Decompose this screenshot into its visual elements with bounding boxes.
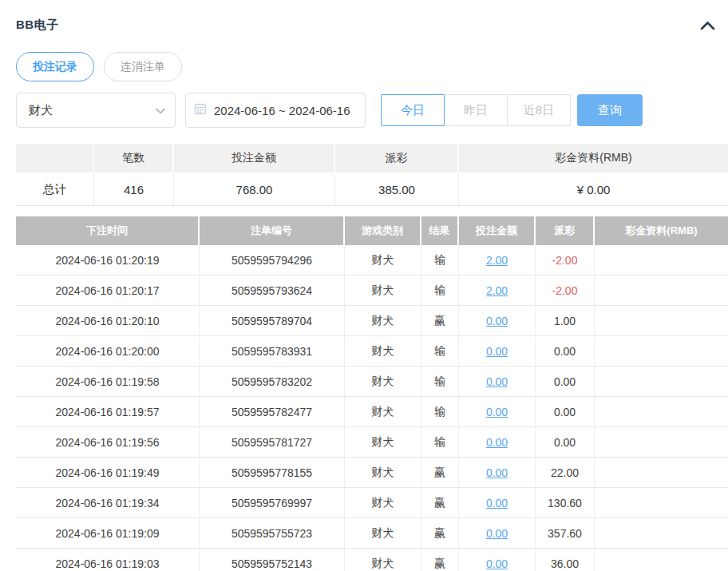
record-type-tabs: 投注记录 连消注单	[16, 52, 728, 81]
payout-cell: 357.60	[536, 518, 595, 549]
table-row: 2024-06-16 01:20:175059595793624财犬输2.00-…	[16, 276, 728, 306]
table-row: 2024-06-16 01:20:195059595794296财犬输2.00-…	[16, 245, 728, 276]
bonus-cell	[595, 245, 728, 276]
payout-cell: 0.00	[536, 336, 595, 367]
bonus-cell	[595, 427, 728, 458]
order-id-cell: 5059595755723	[200, 518, 345, 549]
bet-time-cell: 2024-06-16 01:19:03	[16, 549, 200, 571]
payout-cell: 130.60	[536, 488, 595, 518]
records-col-bet-amount: 投注金额	[459, 216, 536, 245]
game-type-cell: 财犬	[345, 245, 421, 276]
bet-amount-link[interactable]: 0.00	[486, 557, 508, 570]
summary-col-blank	[16, 144, 94, 174]
game-select[interactable]: 财犬	[16, 93, 176, 128]
records-col-result: 结果	[421, 216, 459, 245]
filter-toolbar: 财犬 2024-06-16 ~ 2024-06-16 今日 昨日 近8日 查询	[16, 93, 728, 128]
bonus-cell	[595, 518, 728, 549]
result-cell: 输	[421, 397, 459, 427]
order-id-cell: 5059595789704	[200, 306, 345, 336]
order-id-cell: 5059595752143	[200, 549, 345, 571]
bonus-cell	[595, 276, 728, 306]
table-row: 2024-06-16 01:19:095059595755723财犬赢0.003…	[16, 518, 728, 549]
table-row: 2024-06-16 01:19:345059595769997财犬赢0.001…	[16, 488, 728, 518]
quick-range-yesterday-button[interactable]: 昨日	[444, 94, 508, 126]
summary-total-label: 总计	[16, 174, 94, 206]
summary-col-count: 笔数	[94, 144, 174, 174]
game-type-cell: 财犬	[345, 367, 421, 397]
bet-amount-cell: 2.00	[459, 245, 536, 276]
result-cell: 输	[421, 367, 459, 397]
order-id-cell: 5059595793624	[200, 276, 345, 306]
game-type-cell: 财犬	[345, 488, 421, 518]
quick-range-today-button[interactable]: 今日	[381, 94, 445, 126]
result-cell: 赢	[421, 488, 459, 518]
panel-title: BB电子	[16, 18, 59, 33]
bet-amount-link[interactable]: 0.00	[486, 497, 508, 510]
result-cell: 输	[421, 336, 459, 367]
order-id-cell: 5059595794296	[200, 245, 345, 276]
result-cell: 赢	[421, 549, 459, 571]
records-header-row: 下注时间 注单编号 游戏类别 结果 投注金额 派彩 彩金资料(RMB)	[16, 216, 728, 245]
quick-range-last8days-button[interactable]: 近8日	[507, 94, 571, 126]
payout-cell: -2.00	[536, 276, 595, 306]
bet-amount-link[interactable]: 0.00	[486, 375, 508, 388]
tab-cancelled-orders[interactable]: 连消注单	[104, 52, 182, 81]
records-col-order-id: 注单编号	[200, 216, 345, 245]
panel-header: BB电子	[16, 0, 728, 33]
table-row: 2024-06-16 01:19:495059595778155财犬赢0.002…	[16, 458, 728, 488]
search-button[interactable]: 查询	[577, 94, 643, 126]
chevron-down-icon	[156, 103, 165, 117]
table-row: 2024-06-16 01:20:105059595789704财犬赢0.001…	[16, 306, 728, 336]
order-id-cell: 5059595783202	[200, 367, 345, 397]
bet-amount-link[interactable]: 0.00	[486, 315, 508, 327]
order-id-cell: 5059595783931	[200, 336, 345, 367]
tab-bet-records[interactable]: 投注记录	[16, 52, 94, 81]
collapse-panel-button[interactable]	[698, 19, 717, 32]
summary-total-bet-amount: 768.00	[174, 174, 335, 206]
order-id-cell: 5059595781727	[200, 427, 345, 458]
bet-amount-link[interactable]: 0.00	[486, 406, 508, 418]
summary-total-payout: 385.00	[335, 174, 459, 206]
result-cell: 赢	[421, 306, 459, 336]
bb-games-panel: BB电子 投注记录 连消注单 财犬 2024-06-16 ~ 2024-06-1…	[0, 0, 728, 571]
payout-cell: 0.00	[536, 367, 595, 397]
records-col-bet-time: 下注时间	[16, 216, 200, 245]
summary-table: 笔数 投注金额 派彩 彩金资料(RMB) 总计 416 768.00 385.0…	[16, 144, 728, 206]
bet-amount-cell: 0.00	[459, 427, 536, 458]
date-range-input[interactable]: 2024-06-16 ~ 2024-06-16	[185, 93, 366, 128]
bet-amount-cell: 0.00	[459, 458, 536, 488]
result-cell: 输	[421, 427, 459, 458]
bet-time-cell: 2024-06-16 01:19:34	[16, 488, 200, 518]
bet-time-cell: 2024-06-16 01:19:49	[16, 458, 200, 488]
summary-col-payout: 派彩	[335, 144, 459, 174]
bet-time-cell: 2024-06-16 01:19:58	[16, 367, 200, 397]
bet-amount-link[interactable]: 0.00	[486, 527, 508, 540]
bet-amount-cell: 0.00	[459, 367, 536, 397]
bet-amount-cell: 0.00	[459, 336, 536, 367]
bonus-cell	[595, 488, 728, 518]
bet-time-cell: 2024-06-16 01:20:00	[16, 336, 200, 367]
bet-amount-link[interactable]: 0.00	[486, 436, 508, 449]
bet-time-cell: 2024-06-16 01:20:10	[16, 306, 200, 336]
date-range-value: 2024-06-16 ~ 2024-06-16	[214, 104, 350, 117]
bet-amount-link[interactable]: 2.00	[486, 284, 508, 297]
table-row: 2024-06-16 01:19:565059595781727财犬输0.000…	[16, 427, 728, 458]
summary-header-row: 笔数 投注金额 派彩 彩金资料(RMB)	[16, 144, 728, 174]
summary-total-bonus: ¥ 0.00	[459, 174, 728, 206]
calendar-icon	[194, 102, 207, 118]
bonus-cell	[595, 397, 728, 427]
bet-amount-cell: 0.00	[459, 488, 536, 518]
payout-cell: 0.00	[536, 397, 595, 427]
bet-amount-cell: 2.00	[459, 276, 536, 306]
summary-total-row: 总计 416 768.00 385.00 ¥ 0.00	[16, 174, 728, 206]
chevron-up-icon	[700, 21, 715, 33]
bet-amount-link[interactable]: 2.00	[486, 254, 508, 267]
records-col-game-type: 游戏类别	[345, 216, 421, 245]
order-id-cell: 5059595778155	[200, 458, 345, 488]
summary-total-count: 416	[94, 174, 174, 206]
payout-cell: 0.00	[536, 427, 595, 458]
bet-amount-link[interactable]: 0.00	[486, 345, 508, 358]
game-type-cell: 财犬	[345, 306, 421, 336]
bet-amount-link[interactable]: 0.00	[486, 466, 508, 479]
bet-amount-cell: 0.00	[459, 397, 536, 427]
